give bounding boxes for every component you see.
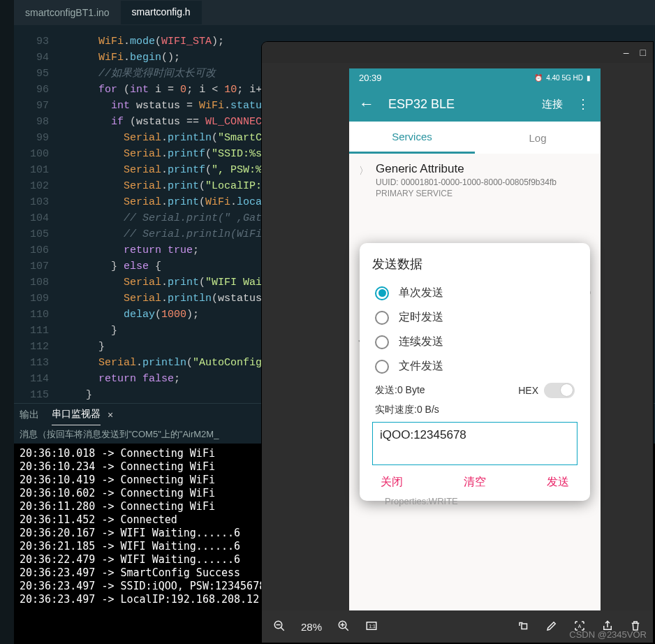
- send-dialog: 发送数据 单次发送 定时发送 连续发送 文件发送 发送:0 Byte HEX 实…: [360, 243, 590, 501]
- service-row[interactable]: 〉 Generic Attribute UUID: 00001801-0000-…: [359, 162, 591, 198]
- svg-rect-9: [522, 624, 527, 629]
- hex-label: HEX: [518, 385, 538, 396]
- tab-log[interactable]: Log: [475, 122, 601, 154]
- back-icon[interactable]: ←: [359, 95, 374, 113]
- radio-icon: [375, 311, 389, 325]
- activity-bar[interactable]: [0, 0, 14, 644]
- zoom-in-icon[interactable]: [337, 620, 350, 634]
- dialog-title: 发送数据: [372, 256, 577, 272]
- radio-timed[interactable]: 定时发送: [372, 305, 577, 330]
- zoom-level: 28%: [301, 621, 322, 633]
- panel-tab-monitor[interactable]: 串口监视器: [52, 404, 101, 425]
- speed-label: 实时速度:0 B/s: [372, 402, 577, 422]
- actual-size-icon[interactable]: 1:1: [365, 620, 378, 634]
- more-icon[interactable]: ⋮: [577, 96, 591, 112]
- chevron-right-icon: 〉: [359, 165, 369, 177]
- svg-text:1:1: 1:1: [369, 624, 376, 629]
- tab-services[interactable]: Services: [349, 122, 475, 154]
- svg-line-1: [281, 627, 284, 631]
- watermark: CSDN @2345VOR: [569, 629, 647, 640]
- radio-file[interactable]: 文件发送: [372, 354, 577, 379]
- char-properties: Properties:WRITE: [385, 496, 458, 506]
- close-button[interactable]: 关闭: [381, 475, 403, 490]
- svg-text:A: A: [578, 624, 582, 629]
- service-name: Generic Attribute: [376, 162, 557, 176]
- tab-ino[interactable]: smartconfigBT1.ino: [14, 1, 121, 24]
- ble-body: 〉 Generic Attribute UUID: 00001801-0000-…: [349, 154, 601, 207]
- app-title: ESP32 BLE: [388, 97, 455, 112]
- edit-icon[interactable]: [545, 620, 558, 634]
- status-icons: ⏰4.40 5G HD▮: [534, 74, 591, 82]
- editor-tabs: smartconfigBT1.ino smartconfig.h: [14, 0, 202, 25]
- radio-single[interactable]: 单次发送: [372, 281, 577, 305]
- dialog-buttons: 关闭 清空 发送: [372, 465, 577, 494]
- preview-titlebar: – □: [262, 42, 653, 63]
- phone-statusbar: 20:39 ⏰4.40 5G HD▮: [349, 68, 601, 87]
- zoom-out-icon[interactable]: [273, 620, 286, 634]
- hex-toggle[interactable]: [544, 383, 575, 398]
- service-type: PRIMARY SERVICE: [376, 189, 557, 198]
- panel-tab-output[interactable]: 输出: [20, 404, 39, 425]
- minimize-icon[interactable]: –: [624, 47, 629, 58]
- close-icon[interactable]: ×: [108, 409, 113, 420]
- rotate-icon[interactable]: [517, 620, 530, 634]
- line-gutter: 9394959697989910010110210310410510610710…: [14, 34, 63, 403]
- service-uuid: UUID: 00001801-0000-1000-8000-00805f9b34…: [376, 177, 557, 187]
- ble-tabs: Services Log: [349, 122, 601, 154]
- maximize-icon[interactable]: □: [640, 47, 646, 58]
- radio-icon: [375, 335, 389, 349]
- connect-button[interactable]: 连接: [542, 98, 563, 111]
- appbar: ← ESP32 BLE 连接 ⋮: [349, 87, 601, 122]
- tab-header[interactable]: smartconfig.h: [121, 1, 202, 24]
- svg-line-4: [345, 627, 348, 631]
- clear-button[interactable]: 清空: [464, 475, 486, 490]
- send-info: 发送:0 Byte HEX: [372, 379, 577, 402]
- radio-icon: [375, 286, 389, 300]
- send-button[interactable]: 发送: [547, 475, 569, 490]
- send-input[interactable]: iQOO:12345678: [372, 422, 577, 465]
- preview-window: – □ 20:39 ⏰4.40 5G HD▮ ← ESP32 BLE 连接 ⋮ …: [262, 42, 653, 643]
- status-time: 20:39: [359, 73, 382, 83]
- radio-icon: [375, 360, 389, 374]
- radio-continuous[interactable]: 连续发送: [372, 330, 577, 354]
